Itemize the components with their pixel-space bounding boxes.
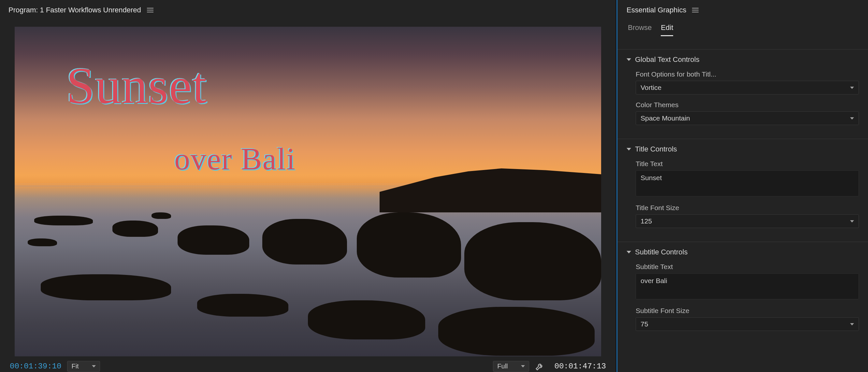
program-monitor-panel: Program: 1 Faster Workflows Unrendered [0,0,617,372]
chevron-down-icon [850,220,854,222]
chevron-down-icon [521,365,525,367]
font-options-value: Vortice [641,84,661,92]
section-global-text: Global Text Controls Font Options for bo… [617,49,868,130]
subtitle-font-size-select[interactable]: 75 [636,317,859,331]
eg-header: Essential Graphics [617,0,868,18]
section-global-header[interactable]: Global Text Controls [626,50,859,68]
subtitle-text-label: Subtitle Text [636,263,859,271]
duration-timecode: 00:01:47:13 [555,362,606,371]
section-title-label: Title Controls [635,145,677,153]
tab-browse[interactable]: Browse [628,24,652,36]
tab-edit[interactable]: Edit [661,24,673,36]
overlay-subtitle-text[interactable]: over Bali [174,141,296,177]
section-subtitle-header[interactable]: Subtitle Controls [626,242,859,261]
title-text-label: Title Text [636,160,859,168]
resolution-label: Full [497,363,508,370]
section-subtitle-controls: Subtitle Controls Subtitle Text over Bal… [617,242,868,336]
eg-tabs: Browse Edit [617,18,868,36]
overlay-title-text[interactable]: Sunset [66,56,207,115]
section-subtitle-label: Subtitle Controls [635,248,687,256]
subtitle-font-size-label: Subtitle Font Size [636,307,859,315]
fit-label: Fit [71,363,79,370]
font-options-label: Font Options for both Titl... [636,70,859,78]
eg-body: Global Text Controls Font Options for bo… [617,36,868,372]
subtitle-font-size-value: 75 [641,320,648,328]
chevron-down-icon [92,365,96,367]
chevron-down-icon [850,87,854,89]
title-font-size-select[interactable]: 125 [636,214,859,228]
title-font-size-label: Title Font Size [636,204,859,212]
resolution-dropdown[interactable]: Full [493,361,529,372]
color-themes-label: Color Themes [636,101,859,109]
program-viewer[interactable]: Sunset over Bali [15,27,601,356]
essential-graphics-panel: Essential Graphics Browse Edit Global Te… [617,0,868,372]
viewer-container: Sunset over Bali [0,20,616,356]
wrench-icon[interactable] [535,362,544,371]
program-menu-icon[interactable] [147,8,153,12]
program-title: Program: 1 Faster Workflows Unrendered [8,6,141,14]
program-header: Program: 1 Faster Workflows Unrendered [0,0,616,20]
title-font-size-value: 125 [641,217,652,225]
chevron-down-icon [850,323,854,326]
chevron-down-icon [626,58,631,61]
font-options-select[interactable]: Vortice [636,81,859,94]
chevron-down-icon [626,148,631,151]
section-title-controls: Title Controls Title Text Sunset Title F… [617,139,868,232]
color-themes-select[interactable]: Space Mountain [636,112,859,125]
section-title-header[interactable]: Title Controls [626,139,859,158]
program-bottom-bar: 00:01:39:10 Fit Full 00:01:47:13 [0,356,616,372]
section-global-label: Global Text Controls [635,55,700,64]
eg-menu-icon[interactable] [692,8,699,12]
current-timecode[interactable]: 00:01:39:10 [10,362,61,371]
title-text-input[interactable]: Sunset [636,170,859,196]
eg-title: Essential Graphics [626,6,686,14]
chevron-down-icon [850,117,854,120]
fit-dropdown[interactable]: Fit [67,361,100,372]
color-themes-value: Space Mountain [641,114,690,122]
subtitle-text-input[interactable]: over Bali [636,273,859,299]
chevron-down-icon [626,251,631,253]
